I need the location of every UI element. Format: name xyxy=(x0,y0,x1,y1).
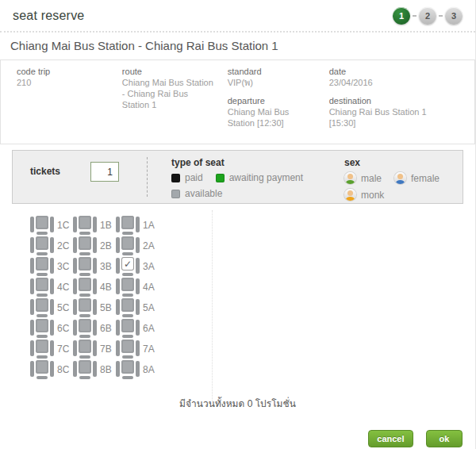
seat-8B[interactable] xyxy=(73,360,97,379)
seat-4A[interactable] xyxy=(116,278,140,297)
seat-8C[interactable] xyxy=(30,360,54,379)
seat-armrest xyxy=(116,237,120,253)
seat-cushion xyxy=(122,355,133,359)
legend-item-monk: monk xyxy=(344,189,384,201)
seat-3B[interactable] xyxy=(73,257,97,276)
seat-armrest xyxy=(136,299,140,315)
seat-cushion xyxy=(36,314,48,317)
seat-8A[interactable] xyxy=(116,360,140,379)
seat-cushion xyxy=(36,294,48,297)
paid-swatch-icon xyxy=(171,174,180,182)
seat-5A[interactable] xyxy=(116,298,140,317)
seat-armrest xyxy=(93,217,97,232)
seat-row-5: 5C5B5A xyxy=(0,297,475,318)
seat-armrest xyxy=(50,237,54,253)
seat-cushion xyxy=(36,335,48,338)
seat-armrest xyxy=(73,258,77,274)
tickets-input[interactable] xyxy=(90,162,119,182)
seat-label-6A: 6A xyxy=(143,323,155,334)
seat-1B[interactable] xyxy=(73,216,97,235)
seat-2B[interactable] xyxy=(73,236,97,255)
seat-cushion xyxy=(122,335,133,338)
check-icon: ✓ xyxy=(124,259,132,269)
seat-2A[interactable] xyxy=(116,236,140,255)
seat-3A[interactable]: ✓ xyxy=(116,257,140,276)
standard-value: VIP(พ) xyxy=(228,78,318,89)
seat-armrest xyxy=(30,237,34,253)
seat-5B[interactable] xyxy=(73,298,97,317)
seat-1A[interactable] xyxy=(116,216,140,235)
female-avatar-icon xyxy=(394,172,406,184)
trip-info-panel: code trip 210 route Chiang Mai Bus Stati… xyxy=(0,59,475,144)
seat-armrest xyxy=(73,299,77,315)
step-2[interactable]: 2 xyxy=(419,7,436,25)
seat-armrest xyxy=(73,217,77,232)
seat-armrest xyxy=(116,361,120,377)
seat-back xyxy=(79,319,91,332)
seat-armrest xyxy=(30,217,34,232)
seat-3C[interactable] xyxy=(30,257,54,276)
step-connector xyxy=(413,15,416,17)
seat-label-5C: 5C xyxy=(57,302,70,313)
step-indicator: 1 2 3 xyxy=(393,7,463,25)
seat-7B[interactable] xyxy=(73,340,97,359)
seat-back xyxy=(121,319,134,332)
seat-cushion xyxy=(79,252,90,255)
seat-5C[interactable] xyxy=(30,298,54,317)
tickets-label: tickets xyxy=(30,166,60,177)
seat-2C[interactable] xyxy=(30,236,54,255)
seat-cushion xyxy=(122,232,133,235)
cancel-button[interactable]: cancel xyxy=(368,430,413,447)
seat-armrest xyxy=(93,299,97,315)
seat-armrest xyxy=(93,320,97,336)
seat-armrest xyxy=(73,320,77,336)
seat-label-5A: 5A xyxy=(143,302,155,313)
seat-label-8A: 8A xyxy=(143,364,155,375)
controls-panel: tickets type of seat paid awaiting payme… xyxy=(12,150,463,204)
seat-rows: 1C1B1A2C2B2A3C3B✓3A4C4B4A5C5B5A6C6B6A7C7… xyxy=(0,215,475,380)
seat-armrest xyxy=(50,278,54,294)
seat-label-3C: 3C xyxy=(57,261,70,272)
seat-cushion xyxy=(122,294,133,297)
seat-armrest xyxy=(50,320,54,336)
seat-label-3B: 3B xyxy=(100,261,113,272)
seat-row-6: 6C6B6A xyxy=(0,318,475,339)
seat-back xyxy=(36,360,48,374)
seat-back xyxy=(36,340,48,353)
info-col-date-destination: date 23/04/2016 destination Chiang Rai B… xyxy=(329,67,459,136)
promotion-count-text: มีจำนวนทั้งหมด 0 โปรโมชั่น xyxy=(0,396,475,411)
seat-cushion xyxy=(122,273,133,276)
seat-armrest xyxy=(136,340,140,356)
destination-label: destination xyxy=(329,96,447,106)
legend-item-paid: paid xyxy=(171,172,203,183)
ok-button[interactable]: ok xyxy=(426,430,463,447)
seat-row-2: 2C2B2A xyxy=(0,236,475,256)
seat-back xyxy=(121,340,134,353)
seat-back xyxy=(121,360,134,374)
seat-6C[interactable] xyxy=(30,319,54,338)
seat-back xyxy=(121,236,134,250)
seat-armrest xyxy=(93,258,97,274)
step-3[interactable]: 3 xyxy=(445,7,463,25)
seat-back xyxy=(79,257,91,271)
seat-7A[interactable] xyxy=(116,340,140,359)
seat-label-8C: 8C xyxy=(57,364,70,375)
seat-4B[interactable] xyxy=(73,278,97,297)
step-1[interactable]: 1 xyxy=(393,7,410,25)
seat-back xyxy=(36,278,48,291)
seat-armrest xyxy=(116,340,120,356)
seat-4C[interactable] xyxy=(30,278,54,297)
seat-label-4C: 4C xyxy=(57,282,70,293)
seat-armrest xyxy=(136,217,140,232)
seat-6B[interactable] xyxy=(73,319,97,338)
sex-legend: sex male female xyxy=(321,157,452,197)
male-avatar-icon xyxy=(344,172,356,184)
seat-6A[interactable] xyxy=(116,319,140,338)
seat-row-1: 1C1B1A xyxy=(0,215,475,236)
seat-type-legend: type of seat paid awaiting payment avail… xyxy=(148,157,321,197)
seat-1C[interactable] xyxy=(30,216,54,235)
seat-label-8B: 8B xyxy=(100,364,113,375)
seat-cushion xyxy=(79,335,90,338)
seat-7C[interactable] xyxy=(30,340,54,359)
seat-armrest xyxy=(93,340,97,356)
